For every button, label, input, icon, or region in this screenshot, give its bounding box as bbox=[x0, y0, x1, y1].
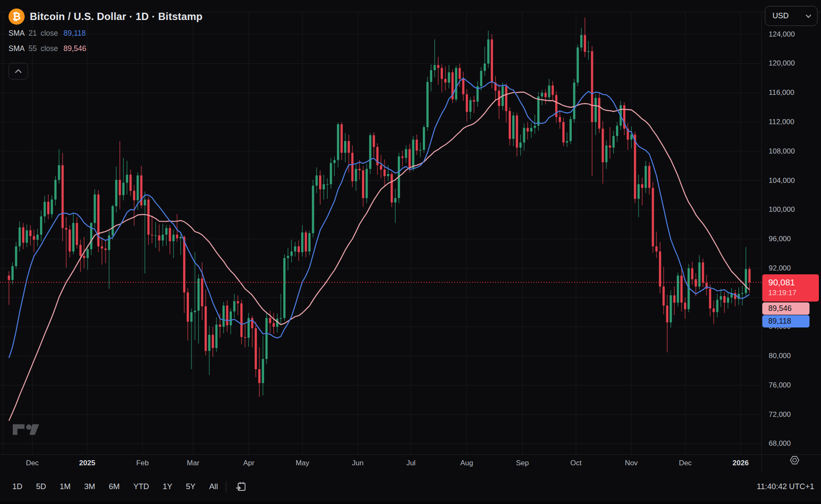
date-range-buttons: 1D 5D 1M 3M 6M YTD 1Y 5Y All bbox=[0, 479, 222, 494]
symbol-title: Bitcoin / U.S. Dollar · 1D · Bitstamp bbox=[30, 11, 202, 23]
currency-label: USD bbox=[773, 11, 789, 20]
indicator-row-sma21[interactable]: SMA 21 close 89,118 bbox=[9, 29, 202, 43]
price-axis-label: 68,000 bbox=[769, 439, 791, 448]
time-axis-label-dec: Dec bbox=[679, 458, 692, 468]
axis-settings-button[interactable] bbox=[788, 453, 801, 467]
window-bottom-edge bbox=[0, 501, 821, 504]
time-axis-label-jun: Jun bbox=[352, 458, 363, 468]
bottom-toolbar: 1D 5D 1M 3M 6M YTD 1Y 5Y All 11:40:42 UT… bbox=[0, 472, 821, 501]
symbol-title-row[interactable]: ₿ Bitcoin / U.S. Dollar · 1D · Bitstamp bbox=[9, 6, 202, 27]
go-to-date-button[interactable] bbox=[232, 478, 249, 495]
chevron-down-icon bbox=[806, 14, 811, 18]
range-1m-button[interactable]: 1M bbox=[56, 479, 74, 494]
price-axis-label: 92,000 bbox=[769, 264, 791, 273]
range-1y-button[interactable]: 1Y bbox=[159, 479, 176, 494]
time-axis-label-may: May bbox=[296, 458, 309, 468]
calendar-arrow-icon bbox=[235, 481, 247, 493]
range-6m-button[interactable]: 6M bbox=[105, 479, 124, 494]
price-axis-label: 120,000 bbox=[769, 59, 795, 68]
range-1d-button[interactable]: 1D bbox=[9, 479, 26, 494]
indicator-period: 55 bbox=[29, 44, 37, 53]
time-axis-label-oct: Oct bbox=[570, 458, 582, 468]
exchange-clock[interactable]: 11:40:42 UTC+1 bbox=[757, 482, 821, 491]
time-axis[interactable]: Dec2025FebMarAprMayJunJulAugSepOctNovDec… bbox=[0, 454, 821, 472]
price-axis-label: 124,000 bbox=[769, 30, 795, 39]
sma21-price-label: 89,118 bbox=[762, 315, 810, 327]
indicator-source: close bbox=[40, 44, 58, 53]
time-axis-label-nov: Nov bbox=[625, 458, 638, 468]
indicator-value: 89,546 bbox=[63, 44, 86, 53]
price-axis-label: 108,000 bbox=[769, 147, 795, 156]
price-axis-label: 96,000 bbox=[769, 234, 791, 244]
collapse-legend-button[interactable] bbox=[9, 63, 28, 80]
last-price-value: 90,081 bbox=[768, 277, 819, 288]
price-axis-label: 80,000 bbox=[769, 351, 791, 361]
time-axis-label-mar: Mar bbox=[187, 458, 199, 468]
price-axis-label: 112,000 bbox=[769, 117, 794, 127]
range-5y-button[interactable]: 5Y bbox=[182, 479, 200, 494]
sma55-price-label: 89,546 bbox=[762, 302, 810, 315]
time-axis-label-jul: Jul bbox=[406, 458, 416, 468]
indicator-row-sma55[interactable]: SMA 55 close 89,546 bbox=[9, 44, 202, 58]
sma-21-line bbox=[9, 78, 750, 358]
time-axis-label-feb: Feb bbox=[136, 458, 148, 468]
time-axis-label-2026: 2026 bbox=[733, 458, 749, 468]
bitcoin-icon: ₿ bbox=[9, 9, 25, 25]
indicator-name: SMA bbox=[9, 29, 25, 38]
toolbar-divider bbox=[226, 481, 226, 493]
chart-legend: ₿ Bitcoin / U.S. Dollar · 1D · Bitstamp … bbox=[9, 6, 202, 80]
price-axis[interactable]: 124,000120,000116,000112,000108,000104,0… bbox=[761, 0, 821, 472]
last-price-label: 90,081 13:19:17 bbox=[762, 274, 819, 302]
price-axis-label: 100,000 bbox=[769, 205, 795, 214]
tradingview-logo bbox=[13, 422, 39, 439]
bar-countdown: 13:19:17 bbox=[768, 288, 819, 298]
indicator-value: 89,118 bbox=[63, 29, 86, 38]
price-axis-label: 116,000 bbox=[769, 88, 794, 97]
indicator-period: 21 bbox=[29, 29, 37, 38]
gear-icon bbox=[789, 455, 800, 466]
range-all-button[interactable]: All bbox=[205, 479, 222, 494]
time-axis-label-sep: Sep bbox=[516, 458, 529, 468]
range-ytd-button[interactable]: YTD bbox=[129, 479, 153, 494]
indicator-source: close bbox=[40, 29, 58, 38]
range-5d-button[interactable]: 5D bbox=[32, 479, 50, 494]
time-axis-label-apr: Apr bbox=[243, 458, 254, 468]
time-axis-label-2025: 2025 bbox=[79, 458, 95, 468]
time-axis-label-aug: Aug bbox=[460, 458, 473, 468]
chevron-up-icon bbox=[15, 69, 22, 73]
chart-app: ₿ Bitcoin / U.S. Dollar · 1D · Bitstamp … bbox=[0, 0, 821, 504]
range-3m-button[interactable]: 3M bbox=[80, 479, 99, 494]
price-axis-label: 76,000 bbox=[769, 381, 791, 390]
indicator-name: SMA bbox=[9, 44, 25, 53]
price-axis-label: 72,000 bbox=[769, 410, 791, 419]
time-axis-label-dec: Dec bbox=[26, 458, 39, 468]
price-axis-label: 104,000 bbox=[769, 176, 795, 185]
currency-selector[interactable]: USD bbox=[765, 6, 818, 26]
